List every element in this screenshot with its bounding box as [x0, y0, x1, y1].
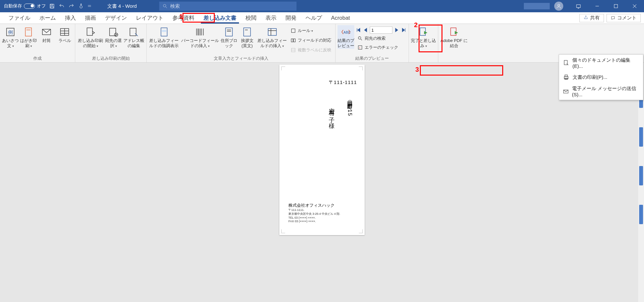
svg-rect-11 — [614, 5, 618, 8]
recipients-icon — [108, 26, 119, 37]
group-acrobat: Adobe PDF に結合 — [438, 24, 470, 62]
share-icon — [584, 15, 588, 21]
account-avatar[interactable] — [554, 2, 563, 11]
autosave-toggle[interactable]: 自動保存 オフ — [4, 3, 46, 9]
svg-rect-59 — [565, 75, 567, 77]
toggle-icon — [24, 4, 35, 9]
greeting-text-button[interactable]: 例 あいさつ文 — [2, 25, 19, 49]
maximize-button[interactable] — [607, 0, 625, 12]
tab-view[interactable]: 表示 — [261, 12, 281, 24]
finish-merge-menu: 個々のドキュメントの編集(E)... 文書の印刷(P)... 電子メール メッセ… — [559, 54, 643, 100]
annotation-3: 3 — [415, 66, 419, 73]
close-button[interactable] — [625, 0, 644, 12]
sender-block: 株式会社オフィスハック 〒111-1111. 東京都中央区中央 3-25-4 中… — [288, 203, 340, 224]
svg-text:例: 例 — [8, 30, 13, 35]
edit-docs-icon — [563, 60, 569, 66]
undo-icon[interactable] — [58, 3, 65, 10]
menu-send-email[interactable]: 電子メール メッセージの送信(S)... — [559, 83, 643, 100]
recipient-postal: 〒111-1111 — [329, 79, 357, 86]
tab-references[interactable]: 参考資料 — [168, 12, 199, 24]
comment-icon — [611, 16, 615, 20]
recipient-address: 〇〇県〇〇市〇〇町 1-15 — [346, 96, 353, 116]
greeting-line-button[interactable]: 挨拶文(英文) — [239, 25, 255, 49]
search-box[interactable]: 検索 — [159, 2, 296, 11]
tab-mailings[interactable]: 差し込み文書 — [199, 12, 241, 24]
rules-button[interactable]: ルール — [289, 26, 333, 35]
preview-results-button[interactable]: ABC 結果のプレビュー — [338, 25, 354, 49]
svg-rect-26 — [130, 28, 136, 36]
tab-file[interactable]: ファイル — [4, 12, 35, 24]
tab-layout[interactable]: レイアウト — [131, 12, 168, 24]
qat-more-icon[interactable] — [87, 3, 92, 10]
first-record-icon[interactable] — [356, 27, 361, 33]
comment-button[interactable]: コメント — [607, 14, 641, 22]
minimize-button[interactable] — [588, 0, 607, 12]
preview-icon: ABC — [340, 26, 351, 37]
check-errors-button[interactable]: ! エラーのチェック — [356, 43, 407, 52]
share-button[interactable]: 共有 — [579, 14, 604, 22]
email-icon — [563, 88, 569, 95]
match-fields-button[interactable]: フィールドの対応 — [289, 36, 333, 45]
prev-record-icon[interactable] — [363, 27, 369, 33]
start-merge-icon — [85, 26, 96, 37]
search-icon — [162, 4, 168, 9]
record-number-input[interactable] — [370, 26, 392, 34]
account-name-placeholder[interactable] — [524, 3, 550, 9]
svg-rect-40 — [268, 28, 276, 35]
svg-line-52 — [361, 39, 362, 40]
errors-icon: ! — [358, 45, 363, 50]
start-mail-merge-button[interactable]: 差し込み印刷の開始 — [77, 25, 104, 49]
tab-help[interactable]: ヘルプ — [301, 12, 327, 24]
document-title: 文書 4 - Word — [107, 3, 137, 9]
tab-developer[interactable]: 開発 — [281, 12, 301, 24]
svg-rect-23 — [87, 28, 92, 35]
insert-merge-field-button[interactable]: 差し込みフィールドの挿入 — [257, 25, 287, 49]
finish-icon — [418, 26, 429, 37]
touch-mode-icon[interactable] — [78, 3, 85, 10]
envelope-page[interactable]: 〒111-1111 〇〇県〇〇市〇〇町 1-15 蜜柑 一子 様 株式会社オフィ… — [279, 65, 365, 235]
ribbon-tabs: ファイル ホーム 挿入 描画 デザイン レイアウト 参考資料 差し込み文書 校閲… — [0, 12, 644, 24]
highlight-fields-button[interactable]: 差し込みフィールドの強調表示 — [149, 25, 179, 49]
svg-rect-16 — [25, 28, 31, 36]
next-record-icon[interactable] — [394, 27, 400, 33]
last-record-icon[interactable] — [401, 27, 407, 33]
svg-rect-24 — [109, 28, 116, 36]
labels-button[interactable]: ラベル — [56, 25, 73, 43]
barcode-field-button[interactable]: バーコードフィールドの挿入 — [181, 25, 219, 49]
envelope-icon — [41, 26, 52, 37]
svg-rect-57 — [564, 60, 567, 65]
rules-icon — [291, 28, 296, 33]
merge-to-pdf-button[interactable]: Adobe PDF に結合 — [440, 25, 468, 49]
tab-home[interactable]: ホーム — [35, 12, 60, 24]
svg-text:!: ! — [359, 46, 360, 49]
svg-point-8 — [558, 4, 560, 6]
tab-draw[interactable]: 描画 — [80, 12, 100, 24]
labels-icon — [59, 26, 70, 37]
tab-review[interactable]: 校閲 — [241, 12, 261, 24]
postcard-print-button[interactable]: はがき印刷 — [20, 25, 37, 49]
menu-edit-individual-docs[interactable]: 個々のドキュメントの編集(E)... — [559, 55, 643, 71]
select-recipients-button[interactable]: 宛先の選択 — [105, 25, 122, 49]
address-block-button[interactable]: 住所ブロック — [221, 25, 237, 49]
tab-acrobat[interactable]: Acrobat — [327, 12, 355, 24]
group-finish: 完了と差し込み — [409, 24, 438, 62]
group-write-insert: 差し込みフィールドの強調表示 バーコードフィールドの挿入 住所ブロック 挨拶文(… — [147, 24, 336, 62]
save-icon[interactable] — [48, 3, 56, 10]
tab-insert[interactable]: 挿入 — [60, 12, 80, 24]
svg-line-7 — [166, 7, 167, 8]
svg-point-25 — [114, 33, 118, 36]
svg-point-3 — [80, 6, 82, 8]
envelope-button[interactable]: 封筒 — [38, 25, 55, 43]
document-canvas: 〒111-1111 〇〇県〇〇市〇〇町 1-15 蜜柑 一子 様 株式会社オフィ… — [0, 63, 644, 302]
redo-icon[interactable] — [68, 3, 75, 10]
update-labels-button: 複数ラベルに反映 — [289, 46, 333, 54]
group-create: 例 あいさつ文 はがき印刷 封筒 ラベル 作成 — [0, 24, 75, 62]
find-recipient-button[interactable]: 宛先の検索 — [356, 34, 407, 43]
addrblock-icon — [223, 26, 234, 37]
svg-rect-45 — [294, 39, 296, 42]
edit-address-book-button[interactable]: アドレス帳の編集 — [123, 25, 144, 49]
tab-design[interactable]: デザイン — [100, 12, 131, 24]
ribbon-display-options[interactable] — [569, 0, 588, 12]
menu-print-documents[interactable]: 文書の印刷(P)... — [559, 71, 643, 83]
group-preview: ABC 結果のプレビュー 宛先の検索 ! エラーのチェック — [336, 24, 409, 62]
